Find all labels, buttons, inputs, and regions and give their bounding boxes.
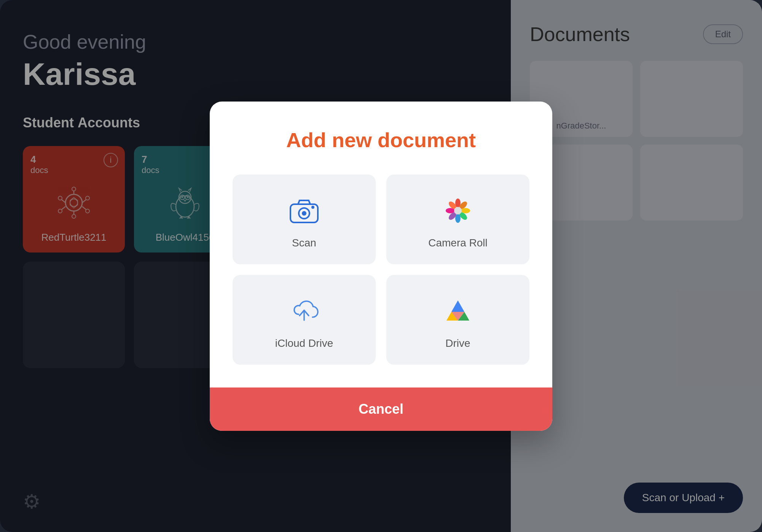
scan-option[interactable]: Scan bbox=[233, 175, 376, 264]
add-document-modal: Add new document Scan bbox=[210, 102, 552, 431]
camera-icon bbox=[287, 194, 321, 228]
modal-overlay[interactable]: Add new document Scan bbox=[0, 0, 762, 532]
camera-roll-label: Camera Roll bbox=[428, 237, 488, 249]
cancel-button[interactable]: Cancel bbox=[210, 387, 552, 431]
modal-options-grid: Scan bbox=[233, 175, 529, 365]
drive-option[interactable]: Drive bbox=[386, 275, 529, 365]
scan-label: Scan bbox=[292, 237, 316, 249]
svg-point-33 bbox=[454, 207, 462, 214]
icloud-icon bbox=[287, 294, 321, 328]
icloud-label: iCloud Drive bbox=[275, 337, 333, 349]
icloud-option[interactable]: iCloud Drive bbox=[233, 275, 376, 365]
gdrive-icon bbox=[441, 294, 475, 328]
drive-label: Drive bbox=[445, 337, 470, 349]
svg-point-22 bbox=[302, 211, 306, 216]
app-background: Good evening Karissa Student Accounts 4 … bbox=[0, 0, 762, 532]
camera-roll-option[interactable]: Camera Roll bbox=[386, 175, 529, 264]
photos-icon bbox=[441, 194, 475, 228]
svg-point-23 bbox=[311, 206, 314, 209]
modal-title: Add new document bbox=[233, 128, 529, 152]
